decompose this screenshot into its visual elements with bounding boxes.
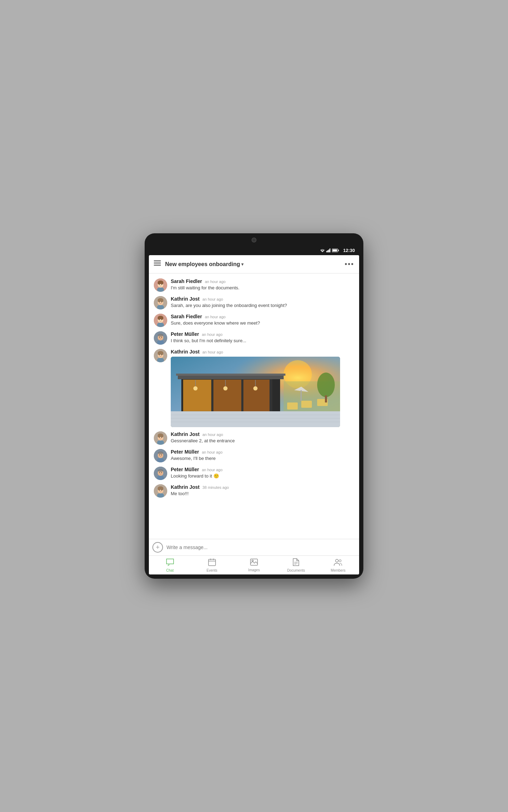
- svg-point-65: [317, 373, 335, 397]
- message-text: Sure, does everyone know where we meet?: [171, 320, 354, 326]
- svg-rect-66: [325, 395, 327, 402]
- svg-point-85: [159, 437, 160, 438]
- svg-point-18: [161, 284, 162, 285]
- message-timestamp: an hour ago: [205, 279, 226, 284]
- message-timestamp: an hour ago: [202, 450, 223, 454]
- message-header: Kathrin Jost38 minutes ago: [171, 484, 354, 490]
- svg-point-97: [159, 472, 160, 473]
- message-row: Kathrin Jost38 minutes agoMe too!!!: [149, 482, 359, 500]
- svg-rect-63: [301, 401, 312, 408]
- nav-item-chat[interactable]: Chat: [149, 556, 191, 574]
- sender-name: Sarah Fiedler: [171, 278, 202, 284]
- svg-point-23: [158, 299, 160, 302]
- nav-item-members[interactable]: Members: [317, 556, 359, 574]
- members-nav-label: Members: [331, 568, 346, 572]
- nav-item-images[interactable]: Images: [233, 556, 275, 574]
- message-header: Sarah Fiedleran hour ago: [171, 314, 354, 319]
- message-header: Kathrin Jostan hour ago: [171, 349, 354, 355]
- message-row: Peter Mülleran hour agoI think so, but I…: [149, 329, 359, 347]
- images-nav-label: Images: [248, 568, 260, 572]
- avatar: [154, 467, 167, 480]
- message-timestamp: an hour ago: [202, 468, 223, 472]
- svg-rect-68: [171, 411, 340, 427]
- svg-point-75: [253, 386, 258, 390]
- battery-icon: [332, 248, 339, 252]
- chat-nav-label: Chat: [166, 568, 174, 572]
- events-nav-label: Events: [207, 568, 218, 572]
- nav-item-events[interactable]: Events: [191, 556, 233, 574]
- documents-nav-label: Documents: [287, 568, 305, 572]
- svg-point-17: [159, 284, 160, 285]
- avatar: [154, 349, 167, 362]
- message-content: Sarah Fiedleran hour agoI'm still waitin…: [171, 278, 354, 291]
- svg-rect-72: [183, 380, 211, 411]
- avatar: [154, 431, 167, 445]
- message-timestamp: 38 minutes ago: [202, 485, 229, 490]
- message-text: Looking forward to it 🙂: [171, 473, 354, 479]
- svg-point-15: [158, 282, 160, 284]
- svg-point-112: [252, 560, 253, 561]
- message-header: Sarah Fiedleran hour ago: [171, 278, 354, 284]
- sender-name: Kathrin Jost: [171, 431, 200, 437]
- add-attachment-button[interactable]: +: [152, 542, 163, 553]
- top-header: New employees onboarding ▾ •••: [149, 255, 359, 273]
- svg-point-38: [158, 334, 163, 337]
- bottom-nav: ChatEventsImagesDocumentsMembers: [149, 555, 359, 574]
- chat-area: Sarah Fiedleran hour agoI'm still waitin…: [149, 273, 359, 539]
- device-frame: 12:30 New employees onboarding ▾ •••: [145, 233, 363, 579]
- svg-point-16: [161, 282, 163, 284]
- message-timestamp: an hour ago: [202, 332, 223, 337]
- message-content: Peter Mülleran hour agoLooking forward t…: [171, 467, 354, 479]
- svg-point-73: [193, 386, 198, 390]
- message-row: Sarah Fiedleran hour agoI'm still waitin…: [149, 276, 359, 294]
- message-timestamp: an hour ago: [202, 350, 223, 354]
- svg-point-103: [158, 487, 160, 490]
- message-row: Kathrin Jostan hour ago: [149, 347, 359, 429]
- svg-point-33: [159, 319, 160, 320]
- sender-name: Kathrin Jost: [171, 349, 200, 355]
- screen: New employees onboarding ▾ ••• Sarah Fie…: [149, 255, 359, 574]
- svg-point-91: [159, 455, 160, 455]
- message-content: Kathrin Jostan hour ago: [171, 349, 354, 427]
- message-header: Kathrin Jostan hour ago: [171, 431, 354, 437]
- images-nav-icon: [250, 559, 258, 567]
- svg-rect-60: [176, 374, 285, 376]
- avatar: [154, 484, 167, 498]
- avatar: [154, 314, 167, 327]
- message-header: Peter Mülleran hour ago: [171, 331, 354, 337]
- svg-rect-55: [243, 380, 270, 411]
- svg-rect-54: [213, 380, 241, 411]
- svg-rect-1: [327, 250, 328, 252]
- svg-point-105: [159, 490, 160, 491]
- message-input[interactable]: [167, 545, 356, 550]
- svg-rect-62: [287, 402, 298, 410]
- svg-point-86: [161, 437, 162, 438]
- svg-point-83: [158, 435, 160, 437]
- documents-nav-icon: [293, 558, 299, 568]
- svg-point-31: [158, 317, 160, 320]
- sender-name: Kathrin Jost: [171, 296, 200, 302]
- message-content: Peter Mülleran hour agoI think so, but I…: [171, 331, 354, 344]
- message-row: Kathrin Jostan hour agoGessnerallee 2, a…: [149, 429, 359, 447]
- svg-point-84: [161, 435, 163, 437]
- svg-rect-9: [154, 265, 161, 266]
- menu-icon[interactable]: [154, 260, 161, 268]
- svg-rect-2: [328, 250, 329, 252]
- message-content: Kathrin Jostan hour agoGessnerallee 2, a…: [171, 431, 354, 444]
- svg-rect-3: [329, 248, 331, 252]
- svg-point-117: [339, 560, 341, 562]
- svg-rect-8: [154, 263, 161, 264]
- events-nav-icon: [208, 558, 216, 568]
- more-options-icon[interactable]: •••: [345, 260, 354, 268]
- svg-point-25: [159, 302, 160, 302]
- chevron-down-icon: ▾: [241, 262, 243, 267]
- nav-item-documents[interactable]: Documents: [275, 556, 317, 574]
- svg-rect-0: [326, 251, 327, 252]
- message-row: Peter Mülleran hour agoAwesome, I'll be …: [149, 447, 359, 465]
- svg-point-45: [158, 352, 160, 355]
- channel-name[interactable]: New employees onboarding ▾: [165, 261, 345, 267]
- avatar: [154, 331, 167, 345]
- message-row: Kathrin Jostan hour agoSarah, are you al…: [149, 294, 359, 312]
- svg-point-26: [161, 302, 162, 302]
- signal-icon: [326, 248, 331, 252]
